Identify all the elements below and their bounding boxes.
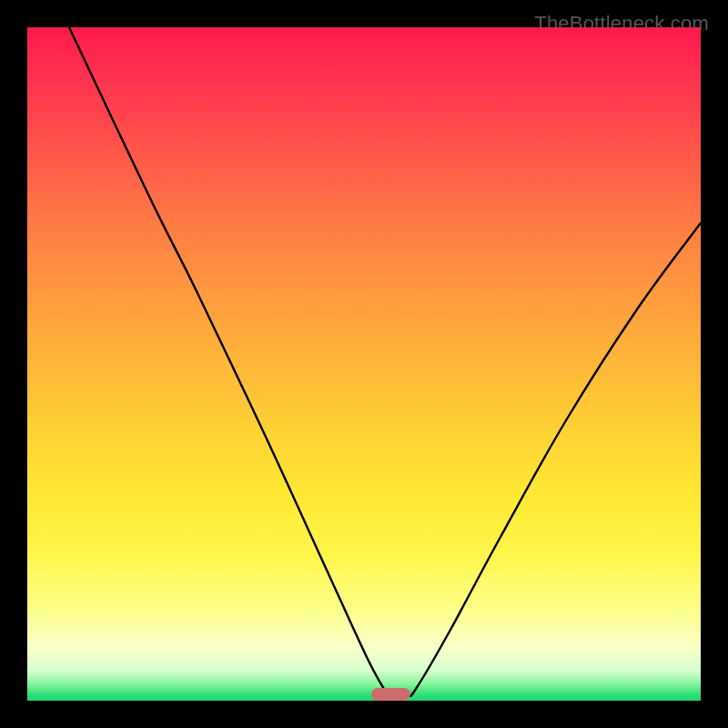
bottleneck-curve xyxy=(27,27,701,701)
optimum-marker xyxy=(371,688,410,701)
curve-path xyxy=(69,27,701,696)
plot-area xyxy=(27,27,701,701)
chart-frame: TheBottleneck.com xyxy=(14,14,714,714)
